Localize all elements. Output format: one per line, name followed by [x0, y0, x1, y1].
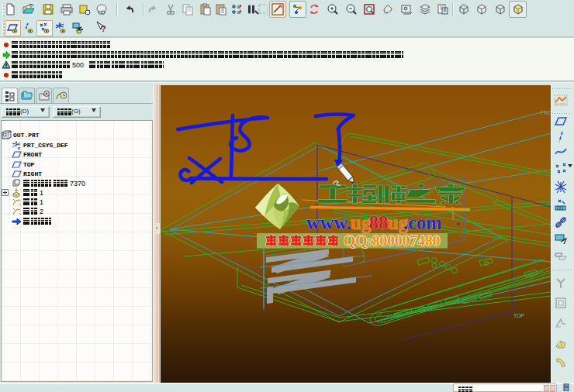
svg-text:TOP: TOP — [513, 313, 525, 318]
svg-text:www.: www. — [306, 212, 351, 233]
svg-text:FRONT: FRONT — [541, 110, 551, 115]
svg-text:ug: ug — [351, 212, 372, 233]
svg-text:?: ? — [101, 24, 106, 33]
svg-text:88: 88 — [369, 212, 389, 233]
svg-text:QQ:800007480: QQ:800007480 — [344, 232, 441, 249]
svg-text:.com: .com — [403, 212, 442, 233]
